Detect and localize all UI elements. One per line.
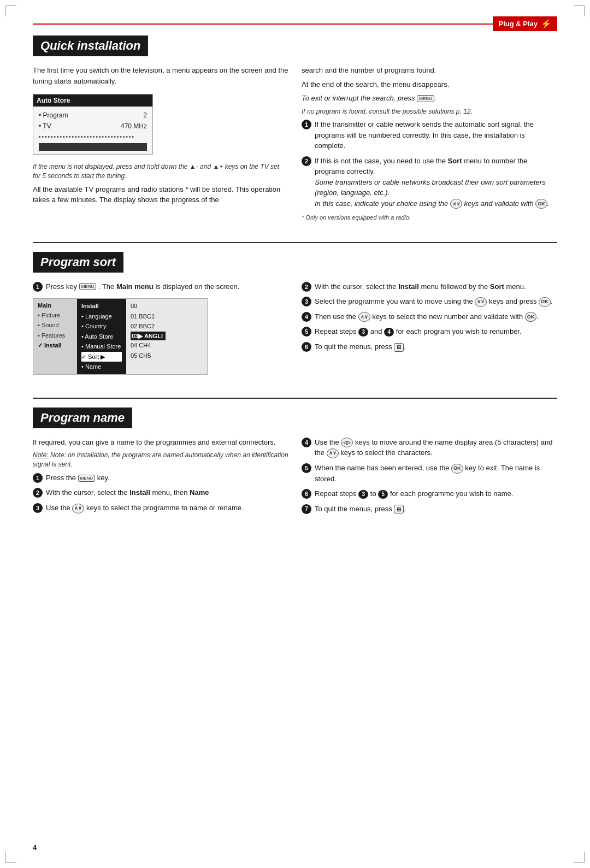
auto-store-row1: • Program 2	[39, 110, 147, 121]
sort-step2-num: 2	[302, 282, 311, 292]
program-name-section: Program name If required, you can give a…	[33, 408, 557, 518]
program-name-left: If required, you can give a name to the …	[33, 437, 288, 518]
auto-store-progress	[39, 143, 147, 151]
step1-number: 1	[302, 120, 311, 129]
sort-menu-key: MENU	[79, 283, 97, 290]
sort-step-5: 5 Repeat steps 3 and 4 for each program …	[302, 326, 557, 337]
corner-mark-tl	[5, 5, 16, 16]
ud-key-name4: ∧∨	[327, 448, 339, 458]
menu-middle-col: Install • Language • Country • Auto Stor…	[77, 299, 126, 374]
step6-ref5: 5	[378, 490, 388, 499]
quick-installation-left: The first time you switch on the televis…	[33, 65, 288, 226]
ok-key-step4: OK	[525, 312, 537, 322]
sort-step-6: 6 To quit the menus, press ⊞.	[302, 341, 557, 352]
name-step3-num: 3	[33, 503, 43, 513]
step5-ref4: 4	[384, 328, 394, 336]
auto-store-program-label: • Program	[39, 110, 68, 120]
quick-installation-body1: All the available TV programs and radio …	[33, 184, 288, 205]
search-result-line2: At the end of the search, the menu disap…	[302, 79, 557, 90]
name-step7-text: To quit the menus, press ⊞.	[315, 504, 406, 515]
menu-right-col: 00 01 BBC1 02 BBC2 03▶ ANGLI 04 CH4 05 C…	[126, 299, 170, 374]
name-step1-text: Press the MENU key.	[46, 473, 110, 483]
plug-play-label: Plug & Play	[498, 20, 538, 28]
menu-left-col: Main • Picture • Sound • Features ✓ Inst…	[33, 299, 77, 374]
sort-step4-text: Then use the ∧∨ keys to select the new n…	[315, 311, 539, 322]
section-divider-1	[33, 242, 557, 243]
sort-step5-text: Repeat steps 3 and 4 for each program yo…	[315, 326, 522, 337]
menu-auto-store: • Auto Store	[81, 332, 122, 342]
program-name-title: Program name	[33, 408, 132, 428]
plug-play-header: Plug & Play ⚡	[33, 16, 557, 31]
up-down-key-step3: ∧∨	[475, 297, 487, 307]
up-down-key-name3: ∧∨	[72, 504, 84, 513]
menu-val-bbc1: 01 BBC1	[131, 311, 166, 322]
sort-step6-num: 6	[302, 342, 311, 352]
name-step5-num: 5	[302, 463, 311, 473]
program-sort-section: Program sort 1 Press key MENU . The Main…	[33, 252, 557, 381]
menu-item-picture: • Picture	[38, 310, 73, 321]
step5-ref3: 3	[358, 328, 368, 336]
ok-key-name5: OK	[451, 464, 463, 474]
quick-installation-columns: The first time you switch on the televis…	[33, 65, 557, 226]
quick-installation-right: search and the number of programs found.…	[302, 65, 557, 226]
quick-installation-title: Quick installation	[33, 36, 148, 56]
name-step1-num: 1	[33, 473, 43, 483]
auto-store-box: Auto Store • Program 2 • TV 470 MHz ••••…	[33, 94, 153, 155]
program-sort-left: 1 Press key MENU . The Main menu is disp…	[33, 281, 288, 381]
ok-key-step3: OK	[539, 297, 551, 307]
name-step4-num: 4	[302, 438, 311, 447]
name-step6-num: 6	[302, 489, 311, 499]
lr-key-name4: ◁▷	[341, 438, 353, 447]
plug-play-line	[33, 23, 493, 25]
menu-val-ch4: 04 CH4	[131, 340, 166, 351]
quick-installation-section: Quick installation The first time you sw…	[33, 36, 557, 226]
installation-step-1: 1 If the transmitter or cable network se…	[302, 119, 557, 151]
auto-store-tv-value: 470 MHz	[121, 121, 147, 131]
sort-step1-num: 1	[33, 282, 43, 292]
search-exit-text: To exit or interrupt the search, press	[302, 94, 415, 102]
program-sort-columns: 1 Press key MENU . The Main menu is disp…	[33, 281, 557, 381]
auto-store-header: Auto Store	[33, 95, 152, 107]
asterisk-note: * Only on versions equipped with a radio…	[302, 213, 557, 222]
menu-item-sound: • Sound	[38, 320, 73, 330]
program-name-right: 4 Use the ◁▷ keys to move around the nam…	[302, 437, 557, 518]
name-step-3: 3 Use the ∧∨ keys to select the programm…	[33, 503, 288, 513]
corner-mark-br	[574, 852, 585, 863]
menu-box-inner: Main • Picture • Sound • Features ✓ Inst…	[33, 299, 207, 374]
menu-val-00: 00	[131, 301, 166, 311]
sort-step-4: 4 Then use the ∧∨ keys to select the new…	[302, 311, 557, 322]
sort-step3-text: Select the programme you want to move us…	[315, 296, 552, 307]
menu-name: • Name	[81, 362, 122, 372]
name-step5-text: When the name has been entered, use the …	[315, 463, 557, 484]
sort-step1-text: Press key MENU . The Main menu is displa…	[46, 281, 239, 292]
menu-key-symbol: MENU	[417, 95, 434, 102]
name-menu-key: MENU	[78, 475, 96, 482]
italic-note1: Some transmitters or cable networks broa…	[315, 178, 546, 197]
program-name-note: Note: Note: on installation, the program…	[33, 451, 288, 469]
step1-text: If the transmitter or cable network send…	[315, 119, 557, 151]
quit-key-name7: ⊞	[394, 505, 404, 513]
name-step2-num: 2	[33, 488, 43, 498]
note-underline: Note:	[33, 451, 49, 459]
menu-item-features: • Features	[38, 330, 73, 341]
sort-step3-num: 3	[302, 297, 311, 306]
name-step2-text: With the cursor, select the Install menu…	[46, 487, 209, 498]
step6-ref3: 3	[358, 490, 368, 499]
name-step6-text: Repeat steps 3 to 5 for each programme y…	[315, 488, 513, 499]
sort-step4-num: 4	[302, 312, 311, 322]
program-sort-right: 2 With the cursor, select the Install me…	[302, 281, 557, 381]
menu-country: • Country	[81, 321, 122, 332]
search-result-line1: search and the number of programs found.	[302, 65, 557, 76]
plug-play-badge: Plug & Play ⚡	[493, 16, 557, 31]
auto-store-caption: If the menu is not displayed, press and …	[33, 162, 288, 181]
name-step7-num: 7	[302, 504, 311, 514]
up-down-key-step4: ∧∨	[358, 312, 370, 322]
step2-content: If this is not the case, you need to use…	[315, 156, 557, 209]
program-name-intro: If required, you can give a name to the …	[33, 437, 288, 448]
ok-key-install: OK	[535, 199, 547, 209]
auto-store-row2: • TV 470 MHz	[39, 121, 147, 132]
program-name-columns: If required, you can give a name to the …	[33, 437, 557, 518]
menu-manual-store: • Manual Store	[81, 341, 122, 352]
sort-step6-text: To quit the menus, press ⊞.	[315, 341, 406, 352]
section-divider-2	[33, 398, 557, 399]
